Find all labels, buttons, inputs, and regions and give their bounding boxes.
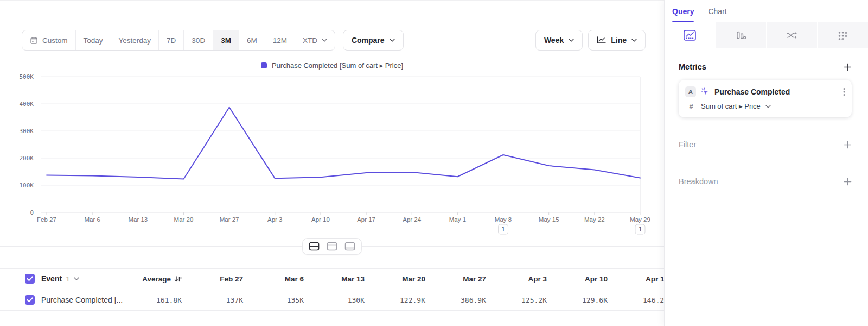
filter-title: Filter xyxy=(679,140,696,149)
event-sparkle-icon xyxy=(701,87,710,96)
layout-toggle xyxy=(302,238,362,255)
granularity-button[interactable]: Week xyxy=(535,30,583,51)
compare-button[interactable]: Compare xyxy=(343,30,404,51)
bar-chart-icon xyxy=(736,30,746,41)
insights-report-page: Custom Today Yesterday 7D 30D 3M 6M 12M … xyxy=(0,0,868,326)
svg-text:May 15: May 15 xyxy=(539,216,559,223)
panel-content: Metrics A Purchase Completed xyxy=(665,48,868,186)
chart-type-button[interactable]: Line xyxy=(588,30,646,51)
line-chart-svg[interactable]: 0100K200K300K400K500KFeb 27Mar 6Mar 13Ma… xyxy=(0,70,664,239)
add-filter-button[interactable] xyxy=(844,141,852,149)
table-cell-value: 137K xyxy=(190,296,243,304)
metrics-section-header: Metrics xyxy=(679,62,852,71)
svg-text:400K: 400K xyxy=(20,101,34,108)
metric-event-name: Purchase Completed xyxy=(714,87,790,96)
metric-letter-badge: A xyxy=(685,86,696,97)
layout-chart-only-button[interactable] xyxy=(327,242,337,251)
svg-text:Apr 24: Apr 24 xyxy=(403,216,421,223)
plus-icon xyxy=(844,141,852,149)
table-date-values: 137K135K130K122.9K386.9K125.2K129.6K146.… xyxy=(190,290,664,311)
date-range-6m[interactable]: 6M xyxy=(239,30,265,50)
viz-type-bar[interactable] xyxy=(716,22,766,48)
table-column-header[interactable]: Mar 13 xyxy=(304,275,365,283)
table-cell-value: 146.2K xyxy=(608,296,664,304)
breakdown-title: Breakdown xyxy=(679,177,718,186)
panel-tabs: Query Chart xyxy=(665,0,868,22)
legend-label: Purchase Completed [Sum of cart ▸ Price] xyxy=(272,61,403,70)
viz-type-selector xyxy=(665,22,868,48)
date-range-3m[interactable]: 3M xyxy=(213,30,239,50)
svg-text:Mar 6: Mar 6 xyxy=(84,216,100,223)
layout-table-only-button[interactable] xyxy=(344,242,355,251)
date-range-7d[interactable]: 7D xyxy=(159,30,184,50)
table-cell-value: 135K xyxy=(243,296,304,304)
table-column-header[interactable]: Feb 27 xyxy=(190,275,243,283)
table-column-header[interactable]: Mar 6 xyxy=(243,275,304,283)
line-chart-icon xyxy=(597,36,606,44)
viz-type-retention[interactable] xyxy=(818,22,868,48)
metric-aggregation[interactable]: # Sum of cart ▸ Price xyxy=(685,102,845,110)
flows-icon xyxy=(786,31,797,40)
table-cell-value: 129.6K xyxy=(547,296,608,304)
breakdown-section: Breakdown xyxy=(679,177,852,186)
chart-controls: Week Line xyxy=(535,30,646,51)
svg-text:1: 1 xyxy=(639,226,642,233)
viz-type-insights[interactable] xyxy=(665,22,715,48)
table-cell-value: 386.9K xyxy=(425,296,486,304)
svg-text:May 8: May 8 xyxy=(495,216,512,223)
main-chart-area: Custom Today Yesterday 7D 30D 3M 6M 12M … xyxy=(0,0,664,326)
svg-text:0: 0 xyxy=(30,209,34,216)
event-selector[interactable]: Event 1 xyxy=(41,274,79,283)
tab-chart[interactable]: Chart xyxy=(708,0,726,22)
table-column-header[interactable]: Apr 3 xyxy=(486,275,547,283)
date-range-control: Custom Today Yesterday 7D 30D 3M 6M 12M … xyxy=(22,30,335,51)
date-range-30d[interactable]: 30D xyxy=(184,30,213,50)
date-range-xtd[interactable]: XTD xyxy=(295,30,335,50)
chevron-down-icon xyxy=(74,277,79,280)
chart-legend: Purchase Completed [Sum of cart ▸ Price] xyxy=(0,61,664,70)
metric-card[interactable]: A Purchase Completed # Sum of cart ▸ Pri… xyxy=(679,80,852,117)
filter-section: Filter xyxy=(679,140,852,149)
metric-card-row1: A Purchase Completed xyxy=(685,86,845,97)
sort-descending-icon xyxy=(174,275,182,283)
plus-icon xyxy=(844,178,852,186)
tab-query[interactable]: Query xyxy=(672,0,694,22)
metric-menu-button[interactable] xyxy=(843,87,845,96)
svg-text:500K: 500K xyxy=(20,73,34,80)
add-breakdown-button[interactable] xyxy=(844,178,852,186)
svg-text:May 29: May 29 xyxy=(630,216,650,223)
svg-text:Mar 13: Mar 13 xyxy=(128,216,148,223)
average-column-header[interactable]: Average xyxy=(108,269,182,289)
chevron-down-icon xyxy=(765,105,771,108)
chevron-down-icon xyxy=(322,39,327,42)
svg-text:Mar 20: Mar 20 xyxy=(174,216,194,223)
svg-text:Apr 17: Apr 17 xyxy=(357,216,375,223)
row-average-value: 161.8K xyxy=(108,290,182,310)
table-column-header[interactable]: Apr 10 xyxy=(547,275,608,283)
table-column-header[interactable]: Mar 20 xyxy=(365,275,425,283)
layout-split-view-button[interactable] xyxy=(309,242,320,251)
svg-text:200K: 200K xyxy=(20,155,34,162)
table-cell-value: 122.9K xyxy=(365,296,425,304)
chevron-down-icon xyxy=(569,39,574,42)
toolbar: Custom Today Yesterday 7D 30D 3M 6M 12M … xyxy=(22,30,646,51)
table-column-header[interactable]: Apr 17 xyxy=(608,275,664,283)
plus-icon xyxy=(844,63,852,71)
kebab-menu-icon xyxy=(843,87,845,96)
event-count: 1 xyxy=(66,275,70,283)
date-range-yesterday[interactable]: Yesterday xyxy=(111,30,159,50)
check-icon xyxy=(27,297,33,303)
select-all-checkbox[interactable] xyxy=(25,274,35,284)
svg-text:Apr 10: Apr 10 xyxy=(311,216,330,223)
date-range-today[interactable]: Today xyxy=(76,30,111,50)
svg-text:1: 1 xyxy=(501,226,505,233)
add-metric-button[interactable] xyxy=(844,63,852,71)
check-icon xyxy=(27,276,33,281)
date-range-12m[interactable]: 12M xyxy=(265,30,295,50)
date-range-custom[interactable]: Custom xyxy=(22,30,76,50)
row-checkbox[interactable] xyxy=(25,295,35,305)
viz-type-flows[interactable] xyxy=(767,22,817,48)
table-column-header[interactable]: Mar 27 xyxy=(425,275,486,283)
chevron-down-icon xyxy=(631,39,637,42)
metrics-title: Metrics xyxy=(679,62,706,71)
